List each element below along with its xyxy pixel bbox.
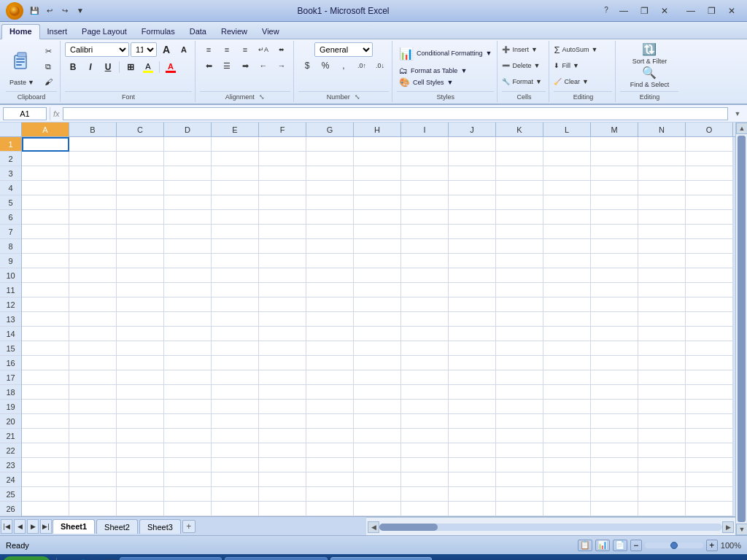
new-sheet-button[interactable]: +	[182, 520, 196, 533]
cell-D13[interactable]	[164, 312, 212, 327]
cell-styles-button[interactable]: 🎨 Cell Styles ▼	[397, 77, 455, 88]
cell-L12[interactable]	[543, 298, 591, 312]
alignment-dialog-launcher[interactable]: ⤡	[259, 93, 265, 101]
cell-F19[interactable]	[259, 400, 306, 414]
cell-K2[interactable]	[496, 152, 543, 166]
redo-quick-btn[interactable]: ↪	[58, 4, 71, 18]
cell-A15[interactable]	[22, 341, 69, 356]
cell-J23[interactable]	[449, 458, 496, 472]
restore-btn[interactable]: ❐	[702, 4, 721, 18]
row-num-5[interactable]: 5	[0, 195, 21, 210]
cell-C11[interactable]	[117, 283, 164, 298]
cell-D14[interactable]	[164, 327, 212, 341]
cell-G12[interactable]	[306, 298, 354, 312]
col-header-D[interactable]: D	[164, 122, 212, 136]
cell-F16[interactable]	[259, 356, 306, 370]
cell-J4[interactable]	[449, 181, 496, 195]
cell-A6[interactable]	[22, 210, 69, 225]
conditional-formatting-button[interactable]: 📊 Conditional Formatting ▼	[397, 42, 494, 64]
cell-reference-input[interactable]: A1	[3, 107, 47, 120]
cell-D1[interactable]	[164, 137, 212, 152]
cell-N21[interactable]	[638, 429, 686, 443]
cell-B26[interactable]	[69, 502, 117, 516]
cell-J3[interactable]	[449, 166, 496, 181]
cell-O9[interactable]	[686, 254, 733, 268]
cell-M7[interactable]	[591, 225, 638, 239]
cell-A22[interactable]	[22, 443, 69, 458]
cell-E24[interactable]	[212, 472, 259, 487]
cell-C15[interactable]	[117, 341, 164, 356]
cell-E3[interactable]	[212, 166, 259, 181]
bold-button[interactable]: B	[65, 60, 81, 74]
cell-E18[interactable]	[212, 385, 259, 400]
cell-N4[interactable]	[638, 181, 686, 195]
tab-formulas[interactable]: Formulas	[134, 25, 182, 39]
cell-J22[interactable]	[449, 443, 496, 458]
cell-B18[interactable]	[69, 385, 117, 400]
cell-O24[interactable]	[686, 472, 733, 487]
tab-next-btn[interactable]: ▶	[27, 519, 39, 534]
cell-K5[interactable]	[496, 195, 543, 210]
cell-L24[interactable]	[543, 472, 591, 487]
col-header-N[interactable]: N	[638, 122, 686, 136]
cell-O15[interactable]	[686, 341, 733, 356]
cell-L3[interactable]	[543, 166, 591, 181]
cell-O20[interactable]	[686, 414, 733, 429]
cell-K6[interactable]	[496, 210, 543, 225]
cell-A9[interactable]	[22, 254, 69, 268]
cell-I13[interactable]	[401, 312, 449, 327]
underline-button[interactable]: U	[100, 60, 116, 74]
cell-M25[interactable]	[591, 487, 638, 502]
cell-M6[interactable]	[591, 210, 638, 225]
cell-A20[interactable]	[22, 414, 69, 429]
cell-K3[interactable]	[496, 166, 543, 181]
cell-D9[interactable]	[164, 254, 212, 268]
cell-H9[interactable]	[354, 254, 401, 268]
cell-M21[interactable]	[591, 429, 638, 443]
align-top-left-button[interactable]: ≡	[200, 42, 217, 57]
cell-H25[interactable]	[354, 487, 401, 502]
cell-A23[interactable]	[22, 458, 69, 472]
cell-D18[interactable]	[164, 385, 212, 400]
cell-C18[interactable]	[117, 385, 164, 400]
cell-C3[interactable]	[117, 166, 164, 181]
cell-F17[interactable]	[259, 370, 306, 385]
cell-H2[interactable]	[354, 152, 401, 166]
col-header-E[interactable]: E	[212, 122, 259, 136]
formula-input[interactable]	[63, 107, 728, 120]
font-color-button[interactable]: A	[163, 60, 179, 74]
row-num-26[interactable]: 26	[0, 502, 21, 516]
cell-G19[interactable]	[306, 400, 354, 414]
cell-H26[interactable]	[354, 502, 401, 516]
cell-C12[interactable]	[117, 298, 164, 312]
comma-button[interactable]: ,	[335, 58, 352, 73]
row-num-6[interactable]: 6	[0, 210, 21, 225]
cell-G5[interactable]	[306, 195, 354, 210]
cell-J7[interactable]	[449, 225, 496, 239]
cell-B25[interactable]	[69, 487, 117, 502]
cell-D3[interactable]	[164, 166, 212, 181]
cell-D8[interactable]	[164, 239, 212, 254]
align-left-button[interactable]: ⬅	[200, 58, 217, 73]
cell-L6[interactable]	[543, 210, 591, 225]
cell-A21[interactable]	[22, 429, 69, 443]
cell-B24[interactable]	[69, 472, 117, 487]
formula-bar-scroll[interactable]: ▼	[731, 107, 744, 120]
cell-G2[interactable]	[306, 152, 354, 166]
cell-L19[interactable]	[543, 400, 591, 414]
cell-E23[interactable]	[212, 458, 259, 472]
row-num-10[interactable]: 10	[0, 268, 21, 283]
cell-C7[interactable]	[117, 225, 164, 239]
cell-N15[interactable]	[638, 341, 686, 356]
cell-N12[interactable]	[638, 298, 686, 312]
cell-B6[interactable]	[69, 210, 117, 225]
cell-D15[interactable]	[164, 341, 212, 356]
row-num-7[interactable]: 7	[0, 225, 21, 239]
cell-H8[interactable]	[354, 239, 401, 254]
cell-G16[interactable]	[306, 356, 354, 370]
cell-J8[interactable]	[449, 239, 496, 254]
cell-L2[interactable]	[543, 152, 591, 166]
cell-M15[interactable]	[591, 341, 638, 356]
cell-K21[interactable]	[496, 429, 543, 443]
cell-C19[interactable]	[117, 400, 164, 414]
